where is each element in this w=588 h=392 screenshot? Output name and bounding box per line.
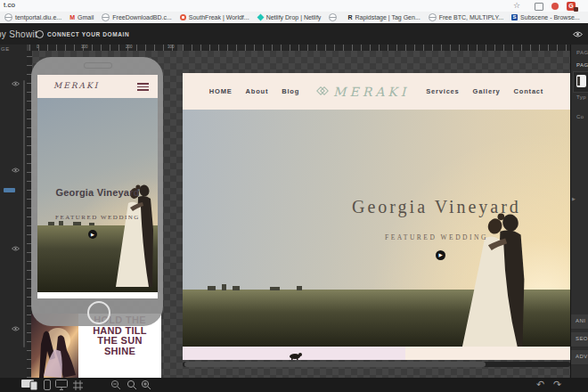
- layer-eye-icon[interactable]: [12, 326, 20, 331]
- bookmark[interactable]: MGmail: [69, 14, 94, 20]
- layer-eye-icon[interactable]: [12, 81, 20, 86]
- zoom-reset-icon[interactable]: [127, 380, 137, 390]
- globe-icon: [429, 13, 437, 21]
- properties-panel: PAG PAG Typ Co ▶ ANI SEO ADV: [570, 45, 588, 378]
- section-divider: [37, 292, 158, 298]
- showit-brand: by Showit: [0, 29, 37, 39]
- target-icon: [180, 14, 186, 20]
- collapse-arrow-icon[interactable]: ▶: [572, 196, 576, 201]
- nav-home[interactable]: HOME: [209, 87, 233, 95]
- hero-title[interactable]: Georgia Vineyard: [352, 197, 521, 217]
- phone-home-button: [87, 301, 110, 324]
- horizontal-ruler-desktop: [183, 45, 570, 51]
- bookmarks-bar: tentportal.diu.e... MGmail FreeDownloadB…: [0, 12, 588, 24]
- scrollbar-thumb[interactable]: [184, 362, 486, 367]
- building-silhouette: [270, 287, 280, 290]
- bookmark[interactable]: SouthFreak | Worldf...: [180, 14, 249, 20]
- panel-section-animation[interactable]: ANI: [571, 314, 588, 330]
- canvas-toolbar: ↶ ↷: [0, 378, 588, 392]
- bookmark[interactable]: tentportal.diu.e...: [4, 13, 61, 21]
- record-extension-icon[interactable]: [551, 3, 559, 10]
- desktop-hero[interactable]: Georgia Vineyard FEATURED WEDDING ▶: [183, 110, 570, 347]
- type-field-label: Typ: [576, 94, 586, 100]
- redo-icon[interactable]: ↷: [553, 379, 561, 390]
- mobile-site-screen[interactable]: MERAKI: [37, 75, 158, 298]
- panel-section-advanced[interactable]: ADV: [571, 350, 588, 365]
- building-silhouette: [297, 286, 302, 290]
- r-letter-icon: R: [347, 14, 352, 20]
- selected-layer-indicator[interactable]: [4, 188, 15, 192]
- panel-tab[interactable]: PAG: [576, 50, 588, 55]
- hero-title[interactable]: Georgia Vineyard: [37, 187, 158, 198]
- next-section-right[interactable]: [405, 347, 570, 360]
- wedding-couple-silhouette: [419, 200, 552, 347]
- mobile-site-header[interactable]: MERAKI: [37, 75, 158, 98]
- hero-arrow-button[interactable]: ▶: [88, 230, 97, 239]
- site-logo[interactable]: MERAKI: [316, 85, 409, 99]
- building-silhouette: [48, 222, 54, 225]
- showit-editor-window: t.co ☆ G tentportal.diu.e... MGmail Free…: [0, 0, 588, 392]
- thumbnail-button[interactable]: [576, 75, 586, 87]
- building-silhouette: [208, 286, 216, 290]
- desktop-site-header[interactable]: HOME About Blog MERAKI Services Gallery …: [183, 73, 570, 110]
- building-silhouette: [73, 222, 81, 225]
- bookmark[interactable]: RRapidstage | Tag Gen...: [347, 14, 420, 20]
- hamburger-menu-icon[interactable]: [137, 83, 149, 93]
- mobile-preview-frame[interactable]: MERAKI: [31, 57, 163, 326]
- netlify-diamond-icon: [257, 14, 264, 21]
- panel-tab-active[interactable]: PAG: [576, 62, 588, 68]
- zoom-in-icon[interactable]: [141, 380, 151, 390]
- preview-eye-icon[interactable]: [573, 31, 583, 37]
- globe-icon: [4, 13, 12, 21]
- canvas-horizontal-scrollbar[interactable]: [183, 362, 570, 367]
- bookmark[interactable]: FreeDownloadBD.c...: [102, 13, 172, 21]
- editor-toolbar: by Showit CONNECT YOUR DOMAIN: [0, 23, 588, 45]
- hero-tagline[interactable]: FEATURED WEDDING: [385, 233, 488, 241]
- extension-icon[interactable]: [535, 3, 543, 11]
- globe-icon: [102, 13, 110, 21]
- phone-speaker: [84, 62, 112, 69]
- bookmark[interactable]: SSubscene - Browse...: [511, 14, 580, 20]
- building-silhouette: [59, 221, 63, 225]
- site-logo[interactable]: MERAKI: [53, 81, 99, 90]
- diamond-logo-icon: [316, 86, 329, 97]
- bookmark[interactable]: Free BTC, MULTIPLY...: [429, 13, 503, 21]
- nav-services[interactable]: Services: [426, 87, 459, 95]
- globe-icon: [329, 13, 337, 21]
- bookmark[interactable]: Netlify Drop | Netlify: [257, 14, 322, 20]
- artboard-frame-icon[interactable]: [73, 380, 83, 390]
- panel-section-seo[interactable]: SEO: [571, 332, 588, 347]
- target-dot-icon: [36, 30, 44, 38]
- url-text[interactable]: t.co: [4, 1, 15, 9]
- desktop-view-icon[interactable]: [55, 380, 68, 390]
- dog-silhouette: [288, 352, 304, 360]
- zoom-out-icon[interactable]: [110, 380, 121, 390]
- design-canvas[interactable]: 0 100 200 300 HO: [27, 45, 570, 378]
- horizontal-ruler-mobile: 0 100 200 300: [29, 45, 177, 51]
- address-bar[interactable]: t.co ☆ G: [0, 0, 588, 12]
- next-section-left[interactable]: [183, 347, 405, 360]
- nav-about[interactable]: About: [246, 87, 269, 95]
- layer-eye-icon[interactable]: [12, 246, 20, 251]
- hero-arrow-button[interactable]: ▶: [436, 250, 445, 260]
- nav-blog[interactable]: Blog: [282, 87, 299, 95]
- desktop-and-mobile-view-icon[interactable]: [21, 380, 38, 390]
- nav-contact[interactable]: Contact: [514, 87, 544, 95]
- connect-domain-button[interactable]: CONNECT YOUR DOMAIN: [36, 30, 129, 38]
- undo-icon[interactable]: ↶: [536, 379, 544, 390]
- building-silhouette: [89, 223, 94, 225]
- mobile-view-icon[interactable]: [44, 380, 51, 390]
- bookmark-star-icon[interactable]: ☆: [513, 2, 520, 10]
- layers-panel: GE: [0, 45, 28, 378]
- bookmark[interactable]: [329, 13, 339, 21]
- hero-tagline[interactable]: FEATURED WEDDING: [37, 214, 158, 221]
- thumbnail-box[interactable]: [573, 71, 588, 93]
- layer-eye-icon[interactable]: [12, 167, 20, 173]
- gmail-icon: M: [69, 14, 75, 20]
- mobile-hero[interactable]: Georgia Vineyard FEATURED WEDDING ▶: [37, 98, 158, 292]
- browser-chrome: t.co ☆ G tentportal.diu.e... MGmail Free…: [0, 0, 588, 23]
- layers-scrollbar[interactable]: [23, 80, 25, 347]
- subscene-icon: S: [511, 14, 518, 20]
- nav-gallery[interactable]: Gallery: [473, 87, 501, 95]
- color-field-label: Co: [576, 114, 584, 119]
